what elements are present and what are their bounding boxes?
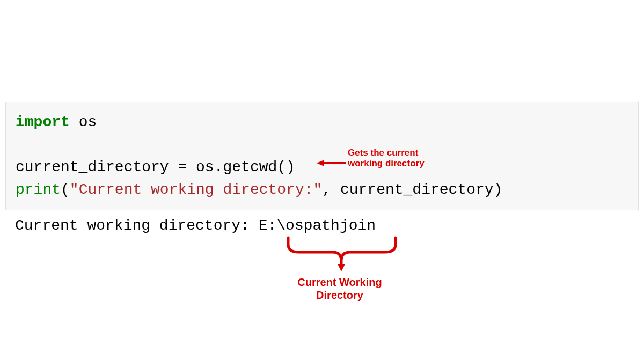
- code-line-1: import os: [16, 111, 628, 134]
- code-line-4: print("Current working directory:", curr…: [16, 179, 628, 201]
- module-os: os: [70, 114, 97, 130]
- comma-sep: ,: [322, 181, 340, 198]
- keyword-import: import: [16, 114, 70, 130]
- string-literal: "Current working directory:": [70, 181, 322, 198]
- output-text: Current working directory: E:\ospathjoin: [15, 217, 376, 234]
- var-current-dir: current_directory: [16, 159, 178, 175]
- svg-marker-2: [338, 264, 345, 271]
- annotation-getcwd: Gets the current working directory: [348, 148, 425, 170]
- code-line-blank: [16, 134, 628, 156]
- annotation-cwd: Current Working Directory: [289, 276, 391, 302]
- annotation-cwd-line2: Directory: [289, 289, 391, 302]
- call-getcwd: os.getcwd(): [196, 159, 295, 175]
- annotation-getcwd-line2: working directory: [348, 158, 425, 169]
- fn-print: print: [16, 181, 61, 198]
- arg-var: current_directory): [340, 181, 502, 198]
- equals-op: =: [178, 159, 196, 175]
- code-block: import os current_directory = os.getcwd(…: [5, 102, 639, 210]
- annotation-cwd-line1: Current Working: [289, 276, 391, 289]
- svg-marker-1: [317, 160, 324, 166]
- annotation-getcwd-line1: Gets the current: [348, 148, 425, 158]
- brace-icon: [286, 235, 398, 273]
- arrow-icon: [317, 159, 346, 167]
- paren-open: (: [61, 181, 70, 198]
